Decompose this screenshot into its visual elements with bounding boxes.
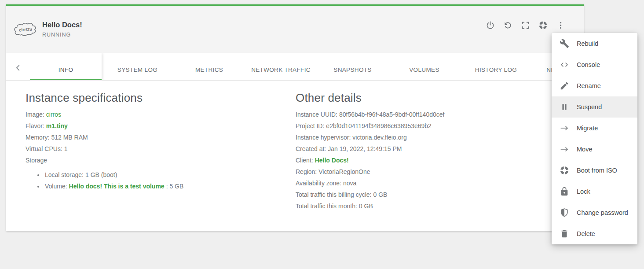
detail-row: Total traffic this billing cycle:0 GB <box>296 189 444 200</box>
power-icon <box>486 21 495 30</box>
trash-icon <box>560 229 569 239</box>
power-button[interactable] <box>485 20 495 30</box>
restart-icon <box>503 21 512 30</box>
tab-label: NETWORK TRAFFIC <box>251 66 311 73</box>
cirros-logo: cirrOS <box>13 21 38 38</box>
storage-value[interactable]: Hello docs! This is a test volume <box>69 183 165 190</box>
menu-item-console[interactable]: Console <box>552 54 637 75</box>
storage-suffix: : 5 GB <box>166 183 184 190</box>
detail-row: Region:VictoriaRegionOne <box>296 166 444 177</box>
pencil-icon <box>560 81 569 91</box>
tabs: INFO SYSTEM LOG METRICS NETWORK TRAFFIC … <box>30 53 584 80</box>
logo-text: cirrOS <box>19 26 33 32</box>
tab-label: SNAPSHOTS <box>333 66 371 73</box>
menu-item-change-password[interactable]: Change password <box>552 202 637 223</box>
storage-value: 1 GB (boot) <box>85 171 117 178</box>
info-tab-content: Instance specifications Image:cirros Fla… <box>6 81 584 232</box>
tab-network-traffic[interactable]: NETWORK TRAFFIC <box>245 53 317 80</box>
detail-value: nova <box>343 180 356 187</box>
storage-label: Local storage: <box>45 171 84 178</box>
menu-item-label: Move <box>577 146 592 153</box>
tab-scroll-left-button[interactable] <box>6 53 30 80</box>
detail-value: Jan 19, 2022, 12:49:15 PM <box>328 145 402 152</box>
spec-label: Image: <box>26 111 44 118</box>
menu-item-label: Console <box>577 61 600 68</box>
tab-system-log[interactable]: SYSTEM LOG <box>102 53 173 80</box>
tab-label: VOLUMES <box>409 66 439 73</box>
spec-label: Flavor: <box>26 122 44 129</box>
spec-row: Image:cirros <box>26 109 296 120</box>
instance-specifications-section: Instance specifications Image:cirros Fla… <box>26 91 296 232</box>
detail-row: Project ID:e2bf0d1041194f348986c638953e6… <box>296 120 444 132</box>
details-title: Other details <box>296 91 444 105</box>
menu-item-rebuild[interactable]: Rebuild <box>552 33 637 54</box>
more-vert-icon <box>556 21 565 30</box>
fullscreen-button[interactable] <box>520 20 531 30</box>
tab-label: METRICS <box>195 66 223 73</box>
tab-info[interactable]: INFO <box>30 53 102 80</box>
more-actions-button[interactable] <box>555 20 566 30</box>
details-rows: Instance UUID:80f56b4b-f96f-48a5-9bdf-00… <box>296 109 444 212</box>
spec-value[interactable]: m1.tiny <box>46 122 68 129</box>
detail-row: Instance hypervisor:victoria.dev.fleio.o… <box>296 132 444 143</box>
detail-label: Project ID: <box>296 122 324 129</box>
header-actions <box>485 20 566 30</box>
spec-value[interactable]: cirros <box>46 111 61 118</box>
tab-label: SYSTEM LOG <box>117 66 157 73</box>
storage-item: Volume:Hello docs! This is a test volume… <box>44 181 296 192</box>
detail-value: 0 GB <box>359 203 373 210</box>
spec-row: Memory:512 MB RAM <box>26 132 296 143</box>
tab-volumes[interactable]: VOLUMES <box>388 53 460 80</box>
iso-disc-icon <box>538 21 548 30</box>
detail-value[interactable]: Hello Docs! <box>315 157 349 164</box>
tab-snapshots[interactable]: SNAPSHOTS <box>317 53 388 80</box>
instance-card: cirrOS Hello Docs! RUNNING <box>6 4 584 231</box>
detail-row: Client:Hello Docs! <box>296 155 444 166</box>
specs-rows: Image:cirros Flavor:m1.tiny Memory:512 M… <box>26 109 296 166</box>
spec-row: Storage <box>26 155 296 166</box>
spec-label: Memory: <box>26 134 49 141</box>
specs-title: Instance specifications <box>26 91 296 105</box>
spec-row: Virtual CPUs:1 <box>26 143 296 155</box>
detail-label: Instance UUID: <box>296 111 337 118</box>
pause-icon <box>560 102 569 112</box>
other-details-section: Other details Instance UUID:80f56b4b-f96… <box>296 91 444 232</box>
detail-row: Created at:Jan 19, 2022, 12:49:15 PM <box>296 143 444 155</box>
detail-label: Total traffic this billing cycle: <box>296 191 371 198</box>
menu-item-label: Rebuild <box>577 40 598 47</box>
menu-item-delete[interactable]: Delete <box>552 223 637 244</box>
tab-metrics[interactable]: METRICS <box>173 53 245 80</box>
menu-item-label: Change password <box>577 209 628 216</box>
spec-value: 512 MB RAM <box>51 134 88 141</box>
wrench-icon <box>560 39 569 48</box>
menu-item-boot-from-iso[interactable]: Boot from ISO <box>552 160 637 181</box>
instance-titles: Hello Docs! RUNNING <box>42 21 82 38</box>
boot-from-iso-button[interactable] <box>538 20 548 30</box>
detail-row: Availability zone:nova <box>296 177 444 189</box>
restart-button[interactable] <box>502 20 513 30</box>
fullscreen-icon <box>521 21 530 30</box>
detail-label: Availability zone: <box>296 180 341 187</box>
menu-item-suspend[interactable]: Suspend <box>552 96 637 118</box>
arrow-right-icon <box>560 144 569 154</box>
page: cirrOS Hello Docs! RUNNING <box>0 0 644 269</box>
detail-row: Instance UUID:80f56b4b-f96f-48a5-9bdf-00… <box>296 109 444 120</box>
detail-value: VictoriaRegionOne <box>318 168 370 175</box>
tab-history-log[interactable]: HISTORY LOG <box>460 53 532 80</box>
instance-header: cirrOS Hello Docs! RUNNING <box>6 6 584 53</box>
menu-item-label: Migrate <box>577 125 598 132</box>
storage-list: Local storage:1 GB (boot) Volume:Hello d… <box>26 169 296 192</box>
menu-item-migrate[interactable]: Migrate <box>552 118 637 139</box>
menu-item-lock[interactable]: Lock <box>552 181 637 202</box>
menu-item-move[interactable]: Move <box>552 139 637 160</box>
menu-item-rename[interactable]: Rename <box>552 75 637 96</box>
instance-actions-menu: Rebuild Console Rename Suspend Migrate M… <box>552 33 637 244</box>
detail-label: Instance hypervisor: <box>296 134 351 141</box>
detail-label: Region: <box>296 168 317 175</box>
arrow-right-icon <box>560 123 569 133</box>
tab-label: HISTORY LOG <box>475 66 517 73</box>
menu-item-label: Rename <box>577 82 601 89</box>
detail-row: Total traffic this month:0 GB <box>296 200 444 212</box>
chevron-left-icon <box>13 63 23 74</box>
menu-item-label: Lock <box>577 188 590 195</box>
